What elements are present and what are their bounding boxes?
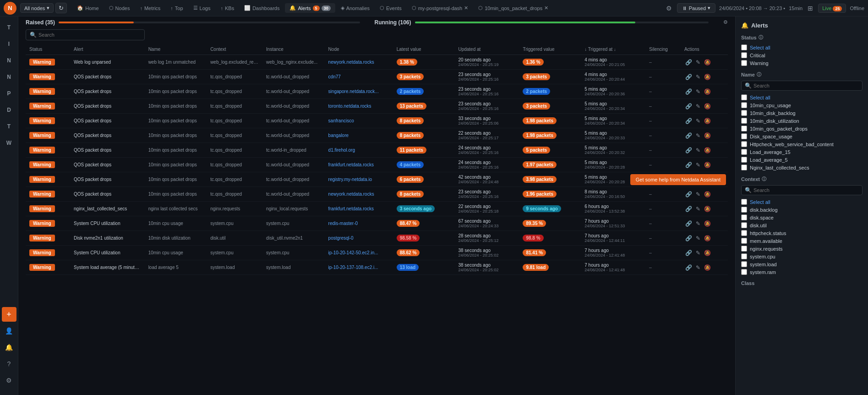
status-warning-checkbox[interactable] [741,60,747,66]
action-edit-btn[interactable]: ✎ [695,132,701,140]
tab-alerts[interactable]: 🔔 Alerts 5 30 [285,3,335,13]
sidebar-item-P[interactable]: P [2,86,16,101]
context-mem[interactable]: mem.available [741,237,863,245]
settings-icon[interactable]: ⚙ [665,3,673,13]
action-edit-btn[interactable]: ✎ [695,146,701,154]
context-system-load-checkbox[interactable] [741,261,747,267]
nodes-selector[interactable]: All nodes ▾ [20,3,54,13]
action-link-btn[interactable]: 🔗 [684,161,693,169]
action-link-btn[interactable]: 🔗 [684,263,693,272]
action-edit-btn[interactable]: ✎ [695,117,701,125]
tab-home[interactable]: 🏠 Home [72,3,103,13]
tab-anomalies[interactable]: ◈ Anomalies [336,3,374,13]
refresh-button[interactable]: ↻ [55,3,67,13]
name-select-all[interactable]: Select all [741,93,863,101]
action-silence-btn[interactable]: 🔕 [703,205,712,213]
tab-metrics[interactable]: ↑ Metrics [135,4,165,13]
app-logo[interactable]: N [4,2,16,15]
action-link-btn[interactable]: 🔗 [684,205,693,213]
status-warning[interactable]: Warning [741,59,863,67]
action-link-btn[interactable]: 🔗 [684,58,693,66]
col-silencing[interactable]: Silencing [645,44,681,55]
name-10min-qos[interactable]: 10min_qos_packet_drops [741,125,863,132]
sidebar-item-I[interactable]: I [2,37,16,51]
context-system-cpu-checkbox[interactable] [741,253,747,259]
table-settings-icon[interactable]: ⚙ [723,19,728,26]
tab-10min-qos[interactable]: ⬡ 10min_qos_packet_drops ✕ [474,3,553,13]
context-info-icon[interactable]: ⓘ [762,176,766,182]
sidebar-item-N2[interactable]: N [2,70,16,84]
paused-button[interactable]: ⏸ Paused ▾ [677,3,715,13]
action-link-btn[interactable]: 🔗 [684,88,693,96]
status-critical[interactable]: Critical [741,51,863,59]
context-disk-util-checkbox[interactable] [741,222,747,228]
name-10min-cpu[interactable]: 10min_cpu_usage [741,101,863,109]
col-alert[interactable]: Alert [70,44,145,55]
action-link-btn[interactable]: 🔗 [684,249,693,257]
sidebar-help-icon[interactable]: ? [2,357,16,371]
name-load-5-checkbox[interactable] [741,157,747,163]
sidebar-bell-icon[interactable]: 🔔 [2,340,16,355]
sidebar-item-N1[interactable]: N [2,53,16,68]
context-search-input[interactable] [753,187,859,193]
action-silence-btn[interactable]: 🔕 [703,88,712,96]
col-context[interactable]: Context [207,44,262,55]
name-httpcheck[interactable]: Httpcheck_web_service_bad_content [741,140,863,148]
status-info-icon[interactable]: ⓘ [759,34,763,41]
sidebar-settings-icon[interactable]: ⚙ [2,373,16,388]
action-edit-btn[interactable]: ✎ [695,249,701,257]
context-select-all[interactable]: Select all [741,198,863,206]
action-link-btn[interactable]: 🔗 [684,219,693,228]
name-10min-cpu-checkbox[interactable] [741,102,747,108]
action-edit-btn[interactable]: ✎ [695,234,701,242]
sidebar-user-icon[interactable]: 👤 [2,324,16,338]
action-silence-btn[interactable]: 🔕 [703,190,712,198]
status-critical-checkbox[interactable] [741,52,747,58]
name-load-5[interactable]: Load_average_5 [741,156,863,164]
sidebar-item-D[interactable]: D [2,103,16,117]
action-link-btn[interactable]: 🔗 [684,117,693,125]
live-button[interactable]: Live 25 [818,4,846,13]
name-10min-disk-util-checkbox[interactable] [741,118,747,124]
action-link-btn[interactable]: 🔗 [684,190,693,198]
action-edit-btn[interactable]: ✎ [695,205,701,213]
context-nginx-checkbox[interactable] [741,246,747,252]
action-edit-btn[interactable]: ✎ [695,219,701,228]
action-silence-btn[interactable]: 🔕 [703,263,712,272]
col-instance[interactable]: Instance [262,44,325,55]
action-silence-btn[interactable]: 🔕 [703,132,712,140]
col-latest-value[interactable]: Latest value [393,44,455,55]
context-nginx[interactable]: nginx.requests [741,245,863,252]
action-silence-btn[interactable]: 🔕 [703,234,712,242]
tab-dashboards[interactable]: ⬜ Dashboards [240,3,284,13]
action-link-btn[interactable]: 🔗 [684,146,693,154]
action-silence-btn[interactable]: 🔕 [703,249,712,257]
action-silence-btn[interactable]: 🔕 [703,161,712,169]
context-disk-backlog-checkbox[interactable] [741,207,747,213]
col-triggered-value[interactable]: Triggered value [519,44,581,55]
action-silence-btn[interactable]: 🔕 [703,58,712,66]
action-link-btn[interactable]: 🔗 [684,132,693,140]
action-link-btn[interactable]: 🔗 [684,73,693,81]
col-status[interactable]: Status [26,44,70,55]
add-button[interactable]: + [2,307,16,322]
name-select-all-checkbox[interactable] [741,94,747,100]
name-10min-qos-checkbox[interactable] [741,126,747,132]
name-10min-disk-backlog-checkbox[interactable] [741,110,747,116]
action-edit-btn[interactable]: ✎ [695,73,701,81]
action-silence-btn[interactable]: 🔕 [703,117,712,125]
action-silence-btn[interactable]: 🔕 [703,219,712,228]
tab-top[interactable]: ↑ Top [166,4,187,13]
name-10min-disk-backlog[interactable]: 10min_disk_backlog [741,109,863,117]
context-disk-space[interactable]: disk.space [741,214,863,221]
col-triggered-at[interactable]: ↓ Triggered at [581,44,645,55]
action-link-btn[interactable]: 🔗 [684,102,693,110]
status-select-all-checkbox[interactable] [741,44,747,50]
name-search-input[interactable] [753,83,859,88]
tab-my-postgresql[interactable]: ⬡ my-postgresql-dash ✕ [407,3,473,13]
action-edit-btn[interactable]: ✎ [695,161,701,169]
action-edit-btn[interactable]: ✎ [695,263,701,272]
action-link-btn[interactable]: 🔗 [684,234,693,242]
grid-icon[interactable]: ⊞ [806,3,814,13]
context-disk-util[interactable]: disk.util [741,221,863,229]
